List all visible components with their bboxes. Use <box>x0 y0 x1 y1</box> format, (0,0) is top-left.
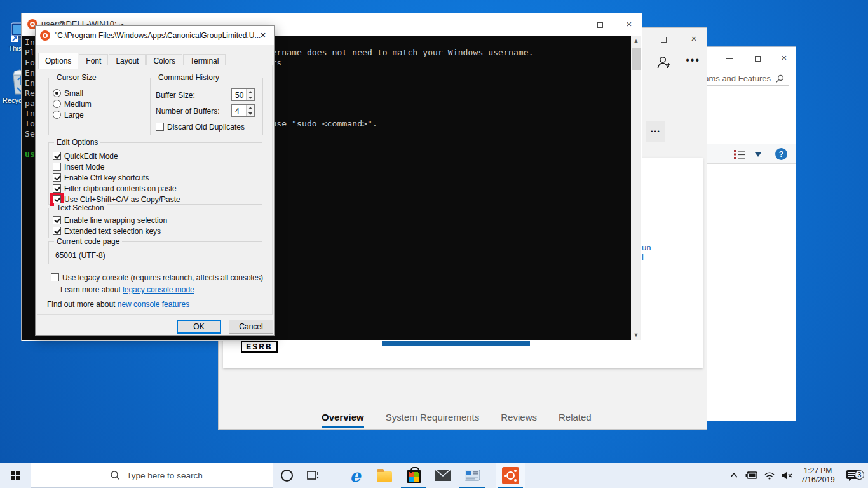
taskbar-app-store[interactable] <box>399 463 428 488</box>
ubuntu-icon <box>40 30 50 41</box>
more-options-button[interactable]: ••• <box>646 121 665 142</box>
radio-icon <box>53 100 61 108</box>
taskbar-app-edge[interactable]: e <box>341 463 370 488</box>
clock[interactable]: 1:27 PM 7/16/2019 <box>798 466 837 484</box>
battery-status[interactable] <box>745 471 759 479</box>
group-legend: Edit Options <box>54 138 100 147</box>
dialog-titlebar[interactable]: "C:\Program Files\WindowsApps\CanonicalG… <box>36 26 274 45</box>
checkbox-icon <box>53 152 61 160</box>
close-button[interactable]: × <box>689 33 699 43</box>
store-link-fragment[interactable]: un <box>642 243 651 252</box>
chevron-up-icon <box>730 473 738 478</box>
edit-option-checkbox[interactable]: Insert Mode <box>49 161 262 172</box>
close-button[interactable]: × <box>624 18 634 29</box>
new-console-features-link[interactable]: new console features <box>118 300 189 309</box>
maximize-button[interactable] <box>658 34 668 44</box>
edit-option-checkbox[interactable]: Enable Ctrl key shortcuts <box>49 172 262 183</box>
user-account-icon[interactable] <box>656 55 671 70</box>
close-button[interactable]: × <box>779 52 789 62</box>
buffer-size-stepper[interactable]: 50 <box>231 88 255 101</box>
cursor-size-group: Cursor Size SmallMediumLarge <box>48 78 142 135</box>
legacy-console-checkbox[interactable]: Use legacy console (requires relaunch, a… <box>47 272 263 283</box>
mail-icon <box>435 470 451 481</box>
checkbox-icon <box>53 216 61 224</box>
legacy-console-mode-link[interactable]: legacy console mode <box>123 285 194 294</box>
edit-option-checkbox[interactable]: Filter clipboard contents on paste <box>49 183 262 194</box>
radio-option[interactable]: Medium <box>49 98 142 109</box>
store-tab[interactable]: Overview <box>322 412 364 428</box>
text-selection-checkbox[interactable]: Extended text selection keys <box>49 226 262 236</box>
notification-badge: 3 <box>855 470 864 480</box>
spin-up-icon[interactable] <box>247 89 254 95</box>
command-history-group: Command History Buffer Size: 50 Number o… <box>150 78 263 135</box>
change-view-icon[interactable] <box>734 149 746 159</box>
dialog-title: "C:\Program Files\WindowsApps\CanonicalG… <box>55 31 261 40</box>
action-center-button[interactable]: 3 <box>841 470 863 481</box>
maximize-button[interactable] <box>752 53 763 64</box>
edge-icon: e <box>349 467 360 484</box>
cancel-button[interactable]: Cancel <box>229 320 273 334</box>
find-out-more-line: Find out more about new console features <box>47 300 189 309</box>
store-tab[interactable]: Reviews <box>501 412 537 428</box>
number-of-buffers-stepper[interactable]: 4 <box>231 104 255 117</box>
search-icon <box>110 470 120 480</box>
taskbar-app-control-panel[interactable] <box>458 463 487 488</box>
taskbar-app-file-explorer[interactable] <box>370 463 399 488</box>
taskbar: Type here to search e <box>0 463 868 488</box>
text-selection-checkbox[interactable]: Enable line wrapping selection <box>49 215 262 226</box>
checkbox-icon <box>53 195 61 203</box>
scrollbar-thumb[interactable] <box>632 48 641 70</box>
store-tab[interactable]: System Requirements <box>386 412 480 428</box>
edit-options-group: Edit Options QuickEdit ModeInsert ModeEn… <box>48 142 262 205</box>
ok-button[interactable]: OK <box>177 320 221 334</box>
radio-icon <box>53 111 61 119</box>
minimize-button[interactable] <box>724 53 735 64</box>
cortana-icon <box>281 470 293 482</box>
code-page-group: Current code page 65001 (UTF-8) <box>48 241 262 264</box>
time: 1:27 PM <box>798 466 837 475</box>
buffer-size-label: Buffer Size: <box>156 91 195 100</box>
search-value: rams and Features <box>702 74 771 83</box>
group-legend: Text Selection <box>54 203 107 212</box>
cortana-button[interactable] <box>273 463 300 488</box>
console-properties-dialog: "C:\Program Files\WindowsApps\CanonicalG… <box>35 25 275 336</box>
volume-status[interactable] <box>780 471 794 480</box>
help-button[interactable]: ? <box>775 148 787 160</box>
spin-down-icon[interactable] <box>247 111 254 116</box>
close-button[interactable]: × <box>256 29 270 43</box>
edit-option-checkbox[interactable]: QuickEdit Mode <box>49 151 262 161</box>
chevron-down-icon[interactable] <box>755 152 761 157</box>
control-panel-icon <box>465 470 480 482</box>
dialog-tab[interactable]: Options <box>38 53 78 69</box>
radio-option[interactable]: Large <box>49 109 142 120</box>
learn-more-line: Learn more about legacy console mode <box>60 285 194 294</box>
taskbar-app-mail[interactable] <box>428 463 458 488</box>
scroll-down-icon[interactable]: ▼ <box>631 330 641 340</box>
group-legend: Cursor Size <box>54 73 99 82</box>
radio-option[interactable]: Small <box>49 88 142 98</box>
scroll-up-icon[interactable]: ▲ <box>631 36 641 46</box>
text-selection-group: Text Selection Enable line wrapping sele… <box>48 208 262 238</box>
windows-logo-icon <box>11 471 20 480</box>
radio-icon <box>53 89 61 97</box>
search-icon <box>775 74 784 83</box>
taskbar-app-ubuntu[interactable] <box>496 463 525 488</box>
desktop: This PC Recycle Bin × rams and Features <box>0 0 868 488</box>
tray-expand-button[interactable] <box>727 473 741 478</box>
spin-down-icon[interactable] <box>247 95 254 100</box>
network-status[interactable] <box>763 471 776 480</box>
task-view-button[interactable] <box>300 463 327 488</box>
maximize-button[interactable] <box>595 20 605 30</box>
see-more-icon[interactable]: ••• <box>686 55 700 66</box>
checkbox-icon <box>156 123 164 131</box>
store-tab[interactable]: Related <box>559 412 592 428</box>
scrollbar[interactable]: ▲ ▼ <box>631 36 641 340</box>
minimize-button[interactable] <box>566 20 576 30</box>
spin-up-icon[interactable] <box>247 105 254 111</box>
checkbox-icon <box>51 273 59 281</box>
microsoft-store-icon <box>407 470 421 483</box>
discard-old-duplicates-checkbox[interactable]: Discard Old Duplicates <box>152 121 245 132</box>
task-view-icon <box>307 470 320 481</box>
start-button[interactable] <box>0 463 31 488</box>
taskbar-search-input[interactable]: Type here to search <box>31 463 273 488</box>
